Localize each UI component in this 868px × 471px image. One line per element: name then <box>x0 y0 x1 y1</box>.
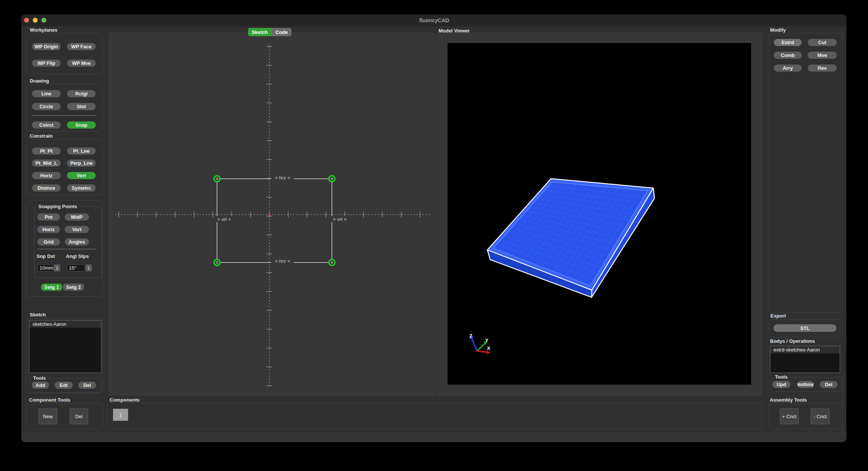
snap-horiz-button[interactable]: Horiz <box>37 226 60 233</box>
array-button[interactable]: Arry <box>774 64 802 72</box>
rectangle-button[interactable]: Rctgl <box>67 90 96 97</box>
sketch-point-handle[interactable] <box>214 259 220 265</box>
tab-code[interactable]: Code <box>272 28 292 36</box>
settings-tab-1[interactable]: Setg 1 <box>41 284 62 291</box>
assembly-tools-label: Assembly Tools <box>770 397 807 403</box>
components-group <box>107 403 762 429</box>
snap-pnt-button[interactable]: Pnt <box>37 213 60 221</box>
component-tools-group <box>26 403 103 429</box>
extruded-body[interactable] <box>487 179 654 298</box>
move-button[interactable]: Mve <box>808 52 837 59</box>
sketch-list[interactable]: sketches-Aaron <box>29 320 101 373</box>
add-connect-button[interactable]: + Cnct <box>780 408 799 424</box>
snapping-divider <box>37 249 96 249</box>
combine-button[interactable]: Comb <box>774 52 802 59</box>
line-button[interactable]: Line <box>32 90 61 97</box>
body-nothing-button[interactable]: Nothing <box>797 381 814 388</box>
wp-flip-button[interactable]: WP Flip <box>32 60 61 67</box>
body-delete-button[interactable]: Del <box>820 381 837 388</box>
component-new-button[interactable]: New <box>38 408 57 424</box>
axis-y-label: Y <box>485 338 489 343</box>
desktop-background: fluencyCAD Workplanes WP Origin WP Face … <box>0 0 868 471</box>
app-window: fluencyCAD Workplanes WP Origin WP Face … <box>21 14 847 442</box>
workplanes-group <box>26 33 103 74</box>
pt-pt-button[interactable]: Pt_Pt <box>32 147 61 155</box>
perp-lne-button[interactable]: Perp_Lne <box>67 160 96 167</box>
axis-ticks <box>119 46 420 386</box>
angle-steps-label: Angl Stps <box>66 253 89 259</box>
sketch-delete-button[interactable]: Del <box>78 382 96 389</box>
sketch-add-button[interactable]: Add <box>32 382 49 389</box>
status-bar <box>21 432 847 442</box>
snap-distance-field[interactable]: 10mm <box>37 264 53 272</box>
sketch-edit-button[interactable]: Edt <box>55 382 73 389</box>
workplanes-label: Workplanes <box>30 27 57 33</box>
title-bar: fluencyCAD <box>21 15 847 26</box>
component-del-button[interactable]: Del <box>70 408 88 424</box>
bodys-list[interactable]: extrd-sketches-Aaron <box>770 346 840 373</box>
distance-button[interactable]: Distnce <box>32 184 61 192</box>
bodys-list-item[interactable]: extrd-sketches-Aaron <box>770 346 840 353</box>
drawing-divider <box>32 115 96 116</box>
cut-button[interactable]: Cut <box>808 39 837 46</box>
horizontal-constraint-label-top: > hrz < <box>275 175 290 181</box>
bodys-operations-label: Bodys / Operations <box>770 338 815 344</box>
horizontal-constraint-label-bottom: > hrz < <box>275 258 290 264</box>
minimize-button[interactable] <box>33 18 38 23</box>
symmetric-button[interactable]: Symetrc <box>67 184 96 192</box>
window-title: fluencyCAD <box>21 15 847 26</box>
sketch-canvas[interactable]: > hrz < > hrz < > vrt < > vrt < <box>109 33 436 396</box>
pt-mid-l-button[interactable]: Pt_Mid_L <box>32 160 61 167</box>
pt-lne-button[interactable]: Pt_Lne <box>67 147 96 155</box>
component-tile-1[interactable]: 1 <box>113 409 128 421</box>
snapping-points-label: Snapping Points <box>37 204 78 209</box>
export-label: Export <box>770 313 786 319</box>
angle-steps-stepper[interactable]: ▲▼ <box>86 264 92 272</box>
wp-origin-button[interactable]: WP Origin <box>32 43 61 50</box>
circle-button[interactable]: Circle <box>32 103 61 110</box>
sketch-point-handle[interactable] <box>329 259 335 265</box>
body-update-button[interactable]: Upd <box>772 381 790 388</box>
sketch-point-handle[interactable] <box>214 176 220 182</box>
constrain-label: Constrain <box>30 133 53 139</box>
modify-label: Modify <box>770 27 786 33</box>
sketch-section-label: Sketch <box>30 312 46 318</box>
snap-distance-label: Snp Dst <box>37 253 55 259</box>
vertical-constraint-label-left: > vrt < <box>217 216 231 222</box>
extrude-button[interactable]: Extrd <box>774 39 802 46</box>
snap-distance-stepper[interactable]: ▲▼ <box>54 264 60 272</box>
vertical-constraint-label-right: > vrt < <box>333 216 347 222</box>
tab-sketch[interactable]: Sketch <box>248 28 272 36</box>
construct-button[interactable]: Cstrct <box>32 121 61 129</box>
close-button[interactable] <box>24 18 29 23</box>
snap-vert-button[interactable]: Vert <box>65 226 89 233</box>
slot-button[interactable]: Slot <box>67 103 96 110</box>
axis-z-label: Z <box>469 333 472 339</box>
revolve-button[interactable]: Rev <box>808 64 837 72</box>
drawing-label: Drawing <box>30 78 49 84</box>
export-stl-button[interactable]: STL <box>773 324 836 332</box>
snap-angles-button[interactable]: Angles <box>65 238 89 245</box>
vert-constrain-button[interactable]: Vert <box>67 172 96 179</box>
settings-tab-2[interactable]: Setg 2 <box>63 284 84 291</box>
snap-grid-button[interactable]: Grid <box>37 238 60 245</box>
horiz-constrain-button[interactable]: Horiz <box>32 172 61 179</box>
wp-face-button[interactable]: WP Face <box>67 43 96 50</box>
model-3d-scene: Z Y X <box>448 43 751 385</box>
components-label: Components <box>110 397 139 403</box>
angle-steps-field[interactable]: 15° <box>67 264 85 272</box>
model-viewer-canvas[interactable]: Z Y X <box>448 43 751 385</box>
bodys-tools-label: Tools <box>774 374 789 380</box>
sketch-point-handle[interactable] <box>329 176 335 182</box>
origin-point <box>269 214 270 216</box>
remove-connect-button[interactable]: - Cnct <box>811 408 830 424</box>
axis-x-label: X <box>487 345 491 351</box>
component-tools-label: Component Tools <box>29 397 70 403</box>
snap-button[interactable]: Snap <box>67 121 96 129</box>
zoom-button[interactable] <box>41 18 46 23</box>
wp-mve-button[interactable]: WP Mve <box>67 60 96 67</box>
sketch-list-item[interactable]: sketches-Aaron <box>29 321 101 328</box>
modify-group <box>769 33 843 313</box>
snap-midp-button[interactable]: MidP <box>65 213 89 221</box>
axis-triad: Z Y X <box>469 333 491 354</box>
